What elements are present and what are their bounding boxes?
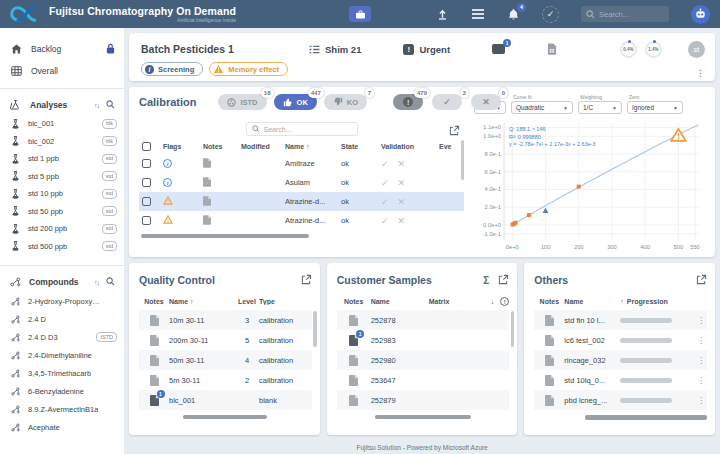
analysis-item[interactable]: std 50 ppb std [0, 203, 124, 221]
vertical-scrollbar[interactable] [461, 140, 465, 180]
compounds-sort-icon[interactable]: ↑↓ [94, 279, 99, 286]
note-icon[interactable] [150, 355, 159, 366]
analyses-search-icon[interactable] [106, 100, 115, 111]
horizontal-scrollbar[interactable] [585, 415, 707, 420]
compounds-search-icon[interactable] [106, 277, 115, 288]
row-checkbox[interactable] [142, 159, 151, 168]
select-all-checkbox[interactable] [142, 142, 151, 151]
accept-icon[interactable]: ✓ [381, 178, 389, 188]
global-search[interactable] [581, 6, 669, 22]
open-cs-icon[interactable] [498, 271, 509, 289]
calibration-search-input[interactable] [264, 126, 352, 133]
note-icon[interactable]: 1 [349, 335, 358, 346]
note-icon[interactable] [349, 395, 358, 406]
row-checkbox[interactable] [142, 178, 151, 187]
calibration-search[interactable] [246, 122, 358, 136]
global-search-input[interactable] [599, 10, 664, 19]
ko-filter-button[interactable]: KO 7 [324, 94, 367, 110]
others-row[interactable]: lc6 test_002 ⋮ [534, 330, 707, 350]
calibration-row[interactable]: i Asulam ok ✓✕ [139, 173, 464, 192]
cs-row[interactable]: 1 252983 [337, 330, 510, 350]
others-row[interactable]: rincage_032 ⋮ [534, 350, 707, 370]
reject-icon[interactable]: ✕ [398, 216, 406, 226]
qc-row[interactable]: 200m 30-11 5 calibration [139, 330, 312, 350]
control-select[interactable]: Ignored ▼ [627, 101, 683, 114]
open-calibration-icon[interactable] [449, 122, 460, 140]
note-icon[interactable] [203, 177, 211, 187]
analysis-item[interactable]: std 10 ppb std [0, 185, 124, 203]
compound-item[interactable]: 2-Hydroxy-Propoxyca... [0, 292, 124, 310]
analysis-item[interactable]: std 500 ppb std [0, 238, 124, 256]
cs-row[interactable]: 253647 [337, 370, 510, 390]
cs-row[interactable]: 252879 [337, 390, 510, 410]
control-select[interactable]: Quadratic ▼ [511, 101, 573, 114]
spreadsheet-icon[interactable] [547, 43, 557, 55]
batch-owner-avatar[interactable]: st [688, 41, 705, 58]
row-menu-icon[interactable]: ⋮ [697, 396, 707, 405]
compound-item[interactable]: 6-Benzyladenine [0, 382, 124, 400]
note-icon[interactable] [349, 375, 358, 386]
note-icon[interactable]: 1 [150, 395, 159, 406]
calibration-row[interactable]: i Atrazine-d... ok ✓✕ [139, 211, 464, 230]
row-menu-icon[interactable]: ⋮ [697, 356, 707, 365]
qc-row[interactable]: 50m 30-11 4 calibration [139, 350, 312, 370]
reject-icon[interactable]: ✕ [398, 197, 406, 207]
sum-icon[interactable]: Σ [483, 275, 489, 286]
open-qc-icon[interactable] [301, 271, 312, 289]
note-icon[interactable] [349, 355, 358, 366]
circle-exclamation-icon[interactable]: ! [500, 297, 509, 306]
others-row[interactable]: std 10lq_0... ⋮ [534, 370, 707, 390]
note-icon[interactable] [545, 315, 554, 326]
control-select[interactable]: 1/C ▼ [578, 101, 622, 114]
compound-item[interactable]: 8.9.Z-AvermectinB1a [0, 400, 124, 418]
flagged-filter-button[interactable]: ! 470 [393, 94, 423, 110]
analysis-item[interactable]: std 1 ppb std [0, 150, 124, 168]
batch-notes-icon[interactable]: 1 [492, 44, 505, 54]
calibration-row[interactable]: i Amitraze ok ✓✕ [139, 154, 464, 173]
qc-row[interactable]: 1 blc_001 blank [139, 390, 312, 410]
istd-filter-button[interactable]: ISTD 18 [218, 94, 266, 110]
note-icon[interactable] [545, 335, 554, 346]
compound-item[interactable]: 2.4-Dimethylaniline [0, 346, 124, 364]
cs-row[interactable]: 252878 [337, 310, 510, 330]
others-row[interactable]: std fin 10 l... ⋮ [534, 310, 707, 330]
open-others-icon[interactable] [696, 271, 707, 289]
validation-check-icon[interactable]: ✓ [542, 6, 559, 23]
row-menu-icon[interactable]: ⋮ [697, 336, 707, 345]
ok-filter-button[interactable]: OK 447 [274, 94, 317, 110]
note-icon[interactable] [349, 315, 358, 326]
note-icon[interactable] [203, 158, 211, 168]
compound-item[interactable]: Acephate [0, 418, 124, 436]
active-batch-badge[interactable] [349, 6, 371, 22]
sort-asc-icon[interactable]: ↑ [620, 298, 624, 305]
row-menu-icon[interactable]: ⋮ [697, 376, 707, 385]
calibration-row[interactable]: i Atrazine-d... ok ✓✕ [139, 192, 464, 211]
notifications-bell-icon[interactable]: 4 [507, 8, 520, 21]
row-checkbox[interactable] [142, 216, 151, 225]
note-icon[interactable] [545, 355, 554, 366]
sort-asc-icon[interactable]: ↑ [306, 143, 310, 150]
note-icon[interactable] [150, 375, 159, 386]
accept-icon[interactable]: ✓ [381, 216, 389, 226]
others-row[interactable]: pbd lcneg_... ⋮ [534, 390, 707, 410]
accept-icon[interactable]: ✓ [381, 159, 389, 169]
qc-row[interactable]: 5m 30-11 2 calibration [139, 370, 312, 390]
queue-list-icon[interactable] [471, 8, 485, 20]
note-icon[interactable] [203, 215, 211, 225]
note-icon[interactable] [545, 395, 554, 406]
sort-asc-icon[interactable]: ↑ [190, 298, 194, 305]
reject-icon[interactable]: ✕ [398, 178, 406, 188]
note-icon[interactable] [150, 315, 159, 326]
analyses-sort-icon[interactable]: ↑↓ [94, 102, 99, 109]
vertical-scrollbar[interactable] [313, 311, 317, 347]
vertical-scrollbar[interactable] [511, 311, 515, 347]
compound-item[interactable]: 2.4 D D3 ISTD [0, 328, 124, 346]
reject-all-button[interactable]: ✕ 0 [471, 94, 501, 110]
assistant-avatar[interactable] [691, 5, 710, 24]
cs-row[interactable]: 252980 [337, 350, 510, 370]
compound-item[interactable]: 2.4 D [0, 310, 124, 328]
row-menu-icon[interactable]: ⋮ [697, 316, 707, 325]
note-icon[interactable] [150, 335, 159, 346]
sidebar-item-overall[interactable]: Overall [0, 60, 124, 82]
horizontal-scrollbar[interactable] [141, 234, 309, 238]
